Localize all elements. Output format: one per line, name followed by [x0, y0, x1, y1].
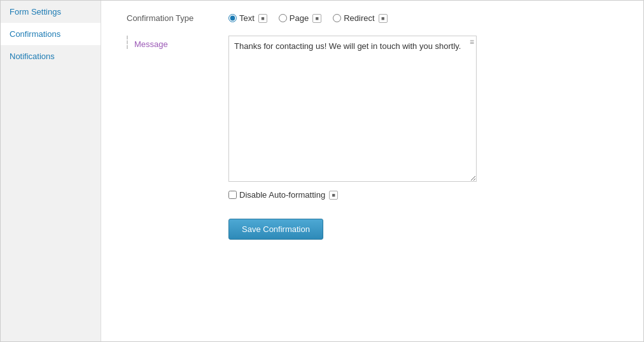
- radio-redirect[interactable]: [333, 14, 341, 22]
- radio-group: Text ■ Page ■ Redirect ■: [228, 13, 388, 23]
- sidebar-item-form-settings[interactable]: Form Settings: [1, 1, 101, 23]
- radio-text-label: Text: [239, 13, 255, 23]
- textarea-icon: ≡: [470, 38, 474, 46]
- radio-redirect-label: Redirect: [344, 13, 374, 23]
- page-help-icon[interactable]: ■: [312, 14, 321, 23]
- disable-autoformat-label[interactable]: Disable Auto-formatting ■: [228, 190, 338, 200]
- sidebar-item-confirmations[interactable]: Confirmations: [1, 23, 101, 45]
- radio-option-page[interactable]: Page ■: [279, 13, 321, 23]
- radio-option-redirect[interactable]: Redirect ■: [333, 13, 387, 23]
- radio-option-text[interactable]: Text ■: [228, 13, 267, 23]
- autoformat-help-icon[interactable]: ■: [329, 191, 338, 200]
- message-textarea[interactable]: Thanks for contacting us! We will get in…: [228, 36, 477, 182]
- message-section: Message Thanks for contacting us! We wil…: [127, 36, 618, 184]
- sidebar-link-form-settings[interactable]: Form Settings: [10, 7, 61, 17]
- disable-autoformat-row: Disable Auto-formatting ■: [228, 190, 618, 200]
- sidebar-link-confirmations[interactable]: Confirmations: [10, 29, 60, 39]
- message-label: Message: [134, 39, 168, 49]
- sidebar-link-notifications[interactable]: Notifications: [10, 51, 55, 61]
- save-confirmation-button[interactable]: Save Confirmation: [228, 219, 323, 240]
- textarea-wrapper: Thanks for contacting us! We will get in…: [228, 36, 477, 184]
- main-content: Confirmation Type Text ■ Page ■ Redirect…: [101, 1, 643, 341]
- disable-autoformat-text: Disable Auto-formatting: [239, 190, 325, 200]
- sidebar-item-notifications[interactable]: Notifications: [1, 45, 101, 67]
- confirmation-type-label: Confirmation Type: [127, 13, 228, 23]
- sidebar: Form Settings Confirmations Notification…: [1, 1, 101, 341]
- text-help-icon[interactable]: ■: [258, 14, 267, 23]
- radio-page[interactable]: [279, 14, 287, 22]
- radio-text[interactable]: [228, 14, 237, 22]
- confirmation-type-section: Confirmation Type Text ■ Page ■ Redirect…: [127, 13, 618, 23]
- disable-autoformat-checkbox[interactable]: [228, 191, 237, 199]
- radio-page-label: Page: [290, 13, 309, 23]
- redirect-help-icon[interactable]: ■: [379, 14, 388, 23]
- message-label-col: Message: [127, 36, 228, 49]
